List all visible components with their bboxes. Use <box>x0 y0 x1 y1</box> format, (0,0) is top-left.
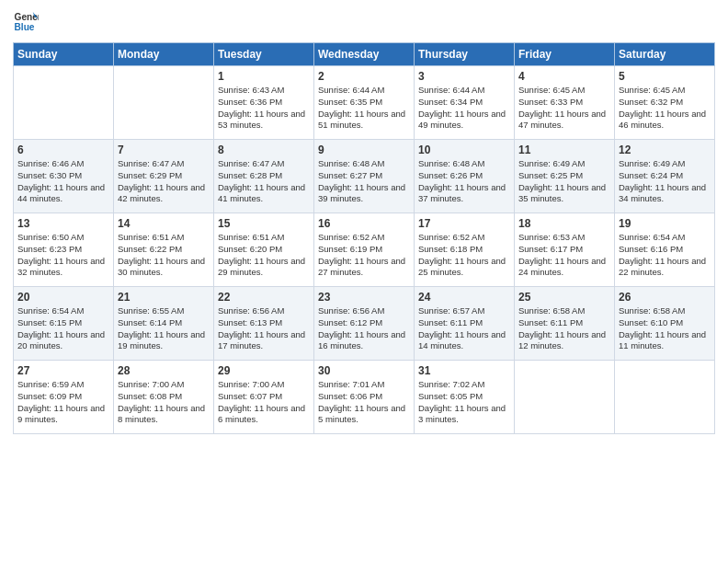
cell-text: Sunrise: 6:45 AMSunset: 6:32 PMDaylight:… <box>619 85 711 132</box>
day-number: 15 <box>218 217 310 230</box>
week-row-4: 20Sunrise: 6:54 AMSunset: 6:15 PMDayligh… <box>14 287 715 361</box>
calendar-cell: 29Sunrise: 7:00 AMSunset: 6:07 PMDayligh… <box>214 361 314 434</box>
cell-text: Sunrise: 6:58 AMSunset: 6:11 PMDaylight:… <box>518 305 610 352</box>
calendar-cell: 13Sunrise: 6:50 AMSunset: 6:23 PMDayligh… <box>14 213 114 287</box>
day-number: 11 <box>518 144 610 156</box>
day-number: 7 <box>118 144 210 156</box>
calendar-cell <box>615 361 715 434</box>
cell-text: Sunrise: 6:48 AMSunset: 6:26 PMDaylight:… <box>418 158 510 205</box>
day-number: 9 <box>318 144 410 156</box>
calendar-cell <box>114 66 214 140</box>
cell-text: Sunrise: 6:49 AMSunset: 6:24 PMDaylight:… <box>619 158 711 205</box>
day-number: 1 <box>218 70 310 83</box>
day-number: 24 <box>418 291 510 304</box>
logo-icon: General Blue <box>13 9 39 35</box>
day-number: 27 <box>17 364 109 377</box>
cell-text: Sunrise: 6:54 AMSunset: 6:15 PMDaylight:… <box>17 305 109 352</box>
cell-text: Sunrise: 6:45 AMSunset: 6:33 PMDaylight:… <box>518 85 610 132</box>
calendar-cell: 15Sunrise: 6:51 AMSunset: 6:20 PMDayligh… <box>214 213 314 287</box>
calendar-cell: 9Sunrise: 6:48 AMSunset: 6:27 PMDaylight… <box>314 140 415 213</box>
calendar-cell: 30Sunrise: 7:01 AMSunset: 6:06 PMDayligh… <box>314 361 415 434</box>
calendar-cell <box>515 361 615 434</box>
day-number: 28 <box>118 364 210 377</box>
calendar-cell: 7Sunrise: 6:47 AMSunset: 6:29 PMDaylight… <box>114 140 214 213</box>
calendar-cell: 16Sunrise: 6:52 AMSunset: 6:19 PMDayligh… <box>314 213 415 287</box>
calendar-cell: 1Sunrise: 6:43 AMSunset: 6:36 PMDaylight… <box>214 66 314 140</box>
day-number: 16 <box>318 217 410 230</box>
weekday-sunday: Sunday <box>14 43 114 66</box>
calendar-cell: 26Sunrise: 6:58 AMSunset: 6:10 PMDayligh… <box>615 287 715 361</box>
calendar-cell: 28Sunrise: 7:00 AMSunset: 6:08 PMDayligh… <box>114 361 214 434</box>
cell-text: Sunrise: 6:51 AMSunset: 6:20 PMDaylight:… <box>218 232 310 279</box>
calendar-body: 1Sunrise: 6:43 AMSunset: 6:36 PMDaylight… <box>14 66 715 434</box>
cell-text: Sunrise: 7:00 AMSunset: 6:07 PMDaylight:… <box>218 379 310 426</box>
calendar-cell: 18Sunrise: 6:53 AMSunset: 6:17 PMDayligh… <box>515 213 615 287</box>
week-row-5: 27Sunrise: 6:59 AMSunset: 6:09 PMDayligh… <box>14 361 715 434</box>
day-number: 19 <box>619 217 711 230</box>
cell-text: Sunrise: 6:52 AMSunset: 6:19 PMDaylight:… <box>318 232 410 279</box>
weekday-saturday: Saturday <box>615 43 715 66</box>
day-number: 31 <box>418 364 510 377</box>
calendar-cell: 12Sunrise: 6:49 AMSunset: 6:24 PMDayligh… <box>615 140 715 213</box>
calendar-cell: 19Sunrise: 6:54 AMSunset: 6:16 PMDayligh… <box>615 213 715 287</box>
cell-text: Sunrise: 6:49 AMSunset: 6:25 PMDaylight:… <box>518 158 610 205</box>
calendar-cell: 20Sunrise: 6:54 AMSunset: 6:15 PMDayligh… <box>14 287 114 361</box>
day-number: 5 <box>619 70 711 83</box>
weekday-thursday: Thursday <box>415 43 515 66</box>
day-number: 17 <box>418 217 510 230</box>
calendar-cell: 8Sunrise: 6:47 AMSunset: 6:28 PMDaylight… <box>214 140 314 213</box>
calendar-cell: 4Sunrise: 6:45 AMSunset: 6:33 PMDaylight… <box>515 66 615 140</box>
day-number: 10 <box>418 144 510 156</box>
cell-text: Sunrise: 6:56 AMSunset: 6:12 PMDaylight:… <box>318 305 410 352</box>
day-number: 2 <box>318 70 410 83</box>
cell-text: Sunrise: 6:52 AMSunset: 6:18 PMDaylight:… <box>418 232 510 279</box>
calendar-cell: 31Sunrise: 7:02 AMSunset: 6:05 PMDayligh… <box>415 361 515 434</box>
week-row-1: 1Sunrise: 6:43 AMSunset: 6:36 PMDaylight… <box>14 66 715 140</box>
calendar-cell: 27Sunrise: 6:59 AMSunset: 6:09 PMDayligh… <box>14 361 114 434</box>
cell-text: Sunrise: 6:46 AMSunset: 6:30 PMDaylight:… <box>17 158 109 205</box>
calendar-cell: 11Sunrise: 6:49 AMSunset: 6:25 PMDayligh… <box>515 140 615 213</box>
calendar-cell: 3Sunrise: 6:44 AMSunset: 6:34 PMDaylight… <box>415 66 515 140</box>
day-number: 18 <box>518 217 610 230</box>
cell-text: Sunrise: 6:57 AMSunset: 6:11 PMDaylight:… <box>418 305 510 352</box>
week-row-2: 6Sunrise: 6:46 AMSunset: 6:30 PMDaylight… <box>14 140 715 213</box>
calendar-cell: 14Sunrise: 6:51 AMSunset: 6:22 PMDayligh… <box>114 213 214 287</box>
cell-text: Sunrise: 7:01 AMSunset: 6:06 PMDaylight:… <box>318 379 410 426</box>
day-number: 29 <box>218 364 310 377</box>
cell-text: Sunrise: 6:53 AMSunset: 6:17 PMDaylight:… <box>518 232 610 279</box>
cell-text: Sunrise: 6:44 AMSunset: 6:35 PMDaylight:… <box>318 85 410 132</box>
weekday-tuesday: Tuesday <box>214 43 314 66</box>
weekday-monday: Monday <box>114 43 214 66</box>
day-number: 25 <box>518 291 610 304</box>
calendar-cell: 10Sunrise: 6:48 AMSunset: 6:26 PMDayligh… <box>415 140 515 213</box>
cell-text: Sunrise: 6:48 AMSunset: 6:27 PMDaylight:… <box>318 158 410 205</box>
calendar-cell: 17Sunrise: 6:52 AMSunset: 6:18 PMDayligh… <box>415 213 515 287</box>
day-number: 13 <box>17 217 109 230</box>
calendar-table: SundayMondayTuesdayWednesdayThursdayFrid… <box>13 42 715 434</box>
cell-text: Sunrise: 6:58 AMSunset: 6:10 PMDaylight:… <box>619 305 711 352</box>
cell-text: Sunrise: 6:47 AMSunset: 6:28 PMDaylight:… <box>218 158 310 205</box>
cell-text: Sunrise: 6:59 AMSunset: 6:09 PMDaylight:… <box>17 379 109 426</box>
weekday-friday: Friday <box>515 43 615 66</box>
cell-text: Sunrise: 6:56 AMSunset: 6:13 PMDaylight:… <box>218 305 310 352</box>
day-number: 4 <box>518 70 610 83</box>
cell-text: Sunrise: 6:54 AMSunset: 6:16 PMDaylight:… <box>619 232 711 279</box>
cell-text: Sunrise: 6:43 AMSunset: 6:36 PMDaylight:… <box>218 85 310 132</box>
calendar-cell <box>14 66 114 140</box>
calendar-cell: 23Sunrise: 6:56 AMSunset: 6:12 PMDayligh… <box>314 287 415 361</box>
week-row-3: 13Sunrise: 6:50 AMSunset: 6:23 PMDayligh… <box>14 213 715 287</box>
day-number: 21 <box>118 291 210 304</box>
logo: General Blue <box>13 9 39 35</box>
cell-text: Sunrise: 7:00 AMSunset: 6:08 PMDaylight:… <box>118 379 210 426</box>
calendar-cell: 24Sunrise: 6:57 AMSunset: 6:11 PMDayligh… <box>415 287 515 361</box>
cell-text: Sunrise: 6:55 AMSunset: 6:14 PMDaylight:… <box>118 305 210 352</box>
calendar-cell: 2Sunrise: 6:44 AMSunset: 6:35 PMDaylight… <box>314 66 415 140</box>
day-number: 6 <box>17 144 109 156</box>
calendar-cell: 22Sunrise: 6:56 AMSunset: 6:13 PMDayligh… <box>214 287 314 361</box>
day-number: 22 <box>218 291 310 304</box>
calendar-cell: 25Sunrise: 6:58 AMSunset: 6:11 PMDayligh… <box>515 287 615 361</box>
day-number: 14 <box>118 217 210 230</box>
day-number: 26 <box>619 291 711 304</box>
weekday-header-row: SundayMondayTuesdayWednesdayThursdayFrid… <box>14 43 715 66</box>
page-header: General Blue <box>13 9 715 35</box>
